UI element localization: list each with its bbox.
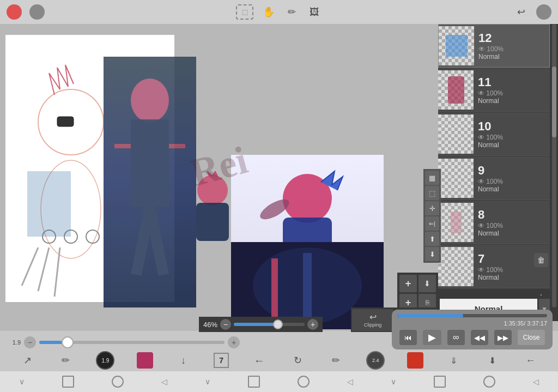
- brush-tool-btn[interactable]: ✏: [58, 352, 74, 369]
- nav-home3[interactable]: [483, 376, 495, 388]
- nav-square2[interactable]: [248, 376, 260, 388]
- move-tool[interactable]: ✛: [425, 201, 439, 215]
- delete-layer-button[interactable]: 🗑: [534, 253, 548, 267]
- zoom-slider[interactable]: [234, 323, 305, 326]
- fast-forward-button[interactable]: ▶▶: [494, 330, 512, 345]
- layer-eye-opacity: 👁 100%: [478, 45, 545, 53]
- color-circle-black[interactable]: 1.9: [96, 351, 114, 370]
- zoom-plus-button[interactable]: +: [307, 319, 318, 330]
- video-progress-bar[interactable]: [397, 314, 547, 317]
- play-button[interactable]: ▶: [423, 330, 441, 345]
- skip-back-button[interactable]: ⏮: [399, 330, 417, 345]
- zoom-minus-button[interactable]: −: [220, 319, 231, 330]
- layer-item[interactable]: 12 👁 100% Normal: [438, 24, 550, 68]
- back2-btn[interactable]: ←: [523, 352, 539, 369]
- clipping-button[interactable]: ↩ Clipping: [352, 309, 393, 331]
- layer-info: 11 👁 100% Normal: [474, 73, 550, 107]
- undo-button[interactable]: ↩: [513, 4, 529, 20]
- close-button[interactable]: Close: [518, 330, 545, 345]
- layer-blend-mode: Normal: [478, 53, 545, 61]
- thumb-preview: [446, 35, 468, 57]
- selection-tool[interactable]: ⬚: [425, 186, 439, 200]
- size-minus-button[interactable]: −: [24, 336, 36, 348]
- svg-rect-11: [131, 119, 169, 207]
- merge-layer-button[interactable]: ⬇: [418, 275, 436, 292]
- svg-line-6: [22, 248, 38, 286]
- layer-blend-mode: Normal: [478, 274, 545, 281]
- layer-thumbnail: [438, 114, 474, 154]
- layer-blend-mode: Normal: [478, 97, 545, 105]
- svg-rect-2: [57, 117, 74, 126]
- color-swatch-red[interactable]: [407, 352, 423, 369]
- redo-button[interactable]: [536, 4, 551, 20]
- nav-back[interactable]: ◁: [161, 377, 167, 386]
- transform-tool[interactable]: ✋: [261, 4, 276, 20]
- scale-tool[interactable]: ⬆: [425, 232, 439, 246]
- color-swatch-purple[interactable]: [137, 352, 153, 369]
- num-badge-btn[interactable]: 7: [214, 353, 229, 368]
- svg-line-13: [150, 207, 163, 275]
- back-btn[interactable]: ⬇: [484, 352, 500, 369]
- pencil-btn[interactable]: ✏: [328, 352, 344, 369]
- nav-home2[interactable]: [298, 376, 310, 388]
- svg-rect-9: [27, 171, 71, 237]
- loop-button[interactable]: ∞: [447, 330, 465, 345]
- layer-number: 10: [478, 119, 545, 134]
- layer-thumbnail: [438, 203, 474, 242]
- layer-thumbnail: [438, 70, 474, 110]
- layer-item[interactable]: 11 👁 100% Normal: [438, 68, 550, 112]
- rotate-btn[interactable]: ↻: [289, 352, 306, 369]
- down-arrow-button[interactable]: ⬇: [425, 247, 439, 261]
- checkerboard-button[interactable]: ▦: [425, 171, 439, 185]
- size-slider-thumb[interactable]: [62, 336, 74, 348]
- nav-home[interactable]: [112, 376, 124, 388]
- nav-square[interactable]: [62, 376, 74, 388]
- rewind-button[interactable]: ◀◀: [471, 330, 488, 345]
- transform-tool-btn[interactable]: ↗: [19, 352, 35, 369]
- layer-list: 12 👁 100% Normal 11 👁 100% Normal 10 👁 1…: [438, 24, 550, 297]
- nav-down2[interactable]: ∨: [205, 377, 210, 386]
- thumb-preview: [451, 212, 462, 233]
- layer-item[interactable]: 9 👁 100% Normal: [438, 156, 550, 200]
- layer-info: 8 👁 100% Normal: [474, 206, 550, 239]
- move-all-down-btn[interactable]: ⇓: [445, 352, 462, 369]
- layer-panel: 12 👁 100% Normal 11 👁 100% Normal 10 👁 1…: [438, 24, 558, 321]
- svg-line-7: [38, 248, 49, 291]
- zoom-thumb[interactable]: [273, 319, 283, 329]
- size-plus-button[interactable]: +: [228, 336, 240, 348]
- layer-item[interactable]: 7 👁 100% Normal: [438, 245, 550, 288]
- nav-square3[interactable]: [434, 376, 446, 388]
- nav-back3[interactable]: ◁: [533, 377, 539, 386]
- opacity-circle-btn[interactable]: 2.4: [366, 351, 385, 370]
- add-layer-button[interactable]: +: [399, 275, 417, 292]
- layer-info: 12 👁 100% Normal: [474, 29, 549, 63]
- nav-back2[interactable]: ◁: [347, 377, 353, 386]
- image-tool[interactable]: 🖼: [307, 4, 322, 20]
- undo-btn[interactable]: ←: [251, 352, 268, 369]
- brush-tool[interactable]: ✏: [284, 4, 299, 20]
- video-player: 1:35:35 / 3:37:17 ⏮ ▶ ∞ ◀◀ ▶▶ Close: [392, 310, 553, 349]
- selection-icon[interactable]: ⬚: [236, 4, 253, 20]
- nav-down[interactable]: ∨: [19, 377, 25, 386]
- move-down-btn[interactable]: ↓: [175, 352, 192, 369]
- video-controls-row: ⏮ ▶ ∞ ◀◀ ▶▶ Close: [397, 330, 547, 345]
- layer-number: 9: [478, 164, 545, 178]
- size-label: 1.9: [5, 339, 21, 346]
- size-slider-track[interactable]: [39, 341, 225, 344]
- nav-bar: ∨ ◁ ∨ ◁ ∨ ◁: [0, 371, 558, 392]
- svg-rect-15: [169, 144, 185, 148]
- zoom-control-bar: 46% − +: [199, 317, 323, 332]
- layer-item[interactable]: 8 👁 100% Normal: [438, 201, 550, 244]
- svg-point-10: [131, 79, 169, 122]
- close-button[interactable]: [7, 4, 22, 20]
- nav-down3[interactable]: ∨: [391, 377, 396, 386]
- zoom-percent-label: 46%: [203, 321, 217, 329]
- flip-tool[interactable]: ⇐|: [425, 216, 439, 231]
- layer-eye-opacity: 👁 100%: [478, 178, 545, 185]
- layer-info: 9 👁 100% Normal: [474, 161, 550, 195]
- layer-eye-opacity: 👁 100%: [478, 134, 545, 141]
- layer-scrollbar[interactable]: [552, 24, 556, 307]
- minimize-button[interactable]: [29, 4, 45, 20]
- layer-thumbnail: [439, 26, 474, 65]
- layer-item[interactable]: 10 👁 100% Normal: [438, 112, 550, 156]
